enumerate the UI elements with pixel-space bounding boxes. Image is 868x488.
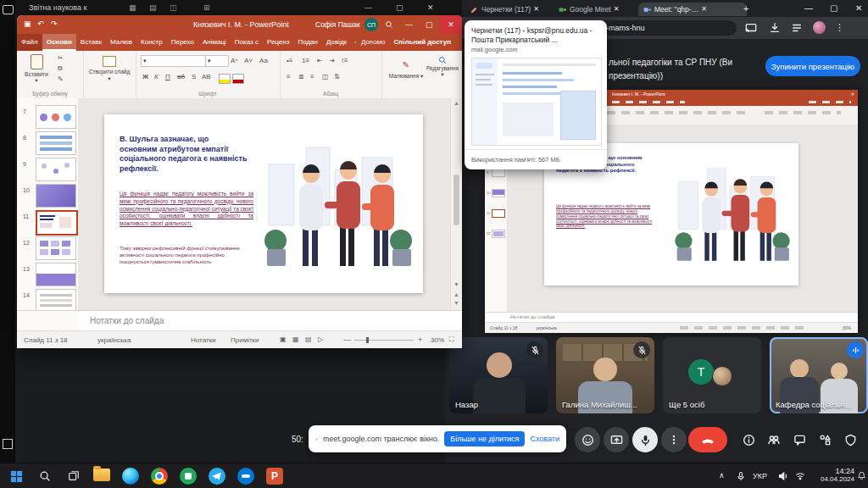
columns-icon[interactable]: ◫	[322, 73, 329, 80]
new-slide-button[interactable]: Створити слайд ▾	[88, 56, 131, 82]
underline-icon[interactable]: П	[165, 73, 170, 80]
bullets-icon[interactable]: •≡	[287, 57, 292, 64]
cut-icon[interactable]: ✂	[58, 54, 64, 62]
slide-thumbnail[interactable]	[36, 184, 76, 208]
window-close-button[interactable]: ✕	[855, 4, 862, 13]
increase-font-icon[interactable]: А^	[231, 57, 238, 64]
slide-body2-text[interactable]: Тому завдяки рефлексивній функції стимул…	[120, 245, 247, 265]
cast-icon[interactable]	[745, 22, 757, 34]
download-icon[interactable]	[769, 22, 781, 34]
reading-view-icon[interactable]: ▤	[305, 336, 312, 343]
format-painter-icon[interactable]: ✎	[58, 75, 64, 83]
hide-notification-button[interactable]: Сховати	[530, 435, 559, 443]
notification-bell-icon[interactable]	[857, 471, 866, 480]
clock[interactable]: 14:24 04.04.2024	[810, 467, 854, 484]
align-left-icon[interactable]: ≡	[287, 73, 291, 80]
tab-close-icon[interactable]: ✕	[614, 6, 620, 13]
search-button[interactable]	[36, 467, 54, 485]
tab-close-icon[interactable]: ✕	[701, 6, 707, 13]
slide-illustration[interactable]	[262, 128, 415, 280]
telegram-button[interactable]	[209, 468, 225, 485]
participants-button[interactable]	[761, 427, 787, 452]
notes-toggle[interactable]: Нотатки	[191, 336, 216, 344]
outdent-icon[interactable]: ⇤	[317, 57, 323, 64]
present-button[interactable]	[604, 427, 629, 452]
slide-canvas[interactable]: В. Шульга зазначає, що основним атрибуто…	[104, 114, 423, 293]
tab-insert[interactable]: Вставк	[76, 34, 106, 51]
font-size-select[interactable]: ▾	[205, 55, 229, 67]
participant-tile-nazar[interactable]: Назар	[449, 337, 548, 413]
tab-close-icon[interactable]: ✕	[533, 6, 539, 13]
window-maximize-button[interactable]: ▢	[830, 4, 837, 13]
fit-to-window-icon[interactable]: ⛶	[449, 336, 454, 344]
numbering-icon[interactable]: 1≡	[302, 57, 309, 64]
stop-sharing-button[interactable]: Більше не ділитися	[444, 431, 525, 446]
participant-tile-kafedra[interactable]: Кафедра соціальн...	[770, 337, 868, 413]
activities-button[interactable]	[812, 427, 837, 452]
chat-button[interactable]	[787, 427, 812, 452]
side-panel-icon[interactable]	[3, 5, 14, 14]
zoom-in-icon[interactable]: +	[418, 336, 422, 344]
scroll-up-icon[interactable]: ▲	[453, 100, 459, 106]
window-maximize-button[interactable]: ▢	[396, 3, 403, 12]
slide-thumbnail[interactable]	[36, 158, 76, 181]
green-app-button[interactable]	[180, 468, 197, 485]
slide-thumbnail[interactable]	[36, 289, 76, 310]
paste-button[interactable]: Вставити ▾	[24, 54, 49, 84]
font-color-button[interactable]	[232, 74, 244, 84]
previous-slide-icon[interactable]: ▲	[453, 291, 459, 297]
file-explorer-button[interactable]	[93, 469, 110, 483]
tab-design[interactable]: Констр	[136, 34, 167, 51]
titlebar-icon[interactable]: ▦	[129, 3, 136, 12]
slide-thumbnail[interactable]	[36, 131, 76, 155]
strikethrough-icon[interactable]: аб	[177, 73, 185, 80]
ppt-minimize-button[interactable]: —	[405, 20, 413, 29]
slide-thumbnail[interactable]	[36, 236, 76, 260]
drawing-button[interactable]: ✎ Малювання ▾	[388, 56, 424, 80]
chrome-menu-icon[interactable]: ⋮	[835, 23, 844, 32]
stop-presenting-button[interactable]: Зупинити презентацію	[765, 56, 860, 76]
window-close-button[interactable]: ✕	[427, 3, 434, 12]
tellme-box[interactable]: Допомо	[357, 34, 390, 51]
scroll-thumb[interactable]	[453, 175, 459, 225]
mic-button[interactable]	[632, 427, 658, 452]
account-name[interactable]: Софія Пашак	[315, 20, 360, 29]
zoom-out-icon[interactable]: —	[343, 336, 351, 344]
volume-icon[interactable]	[778, 471, 788, 481]
copy-icon[interactable]: ⧉	[58, 64, 64, 73]
indent-icon[interactable]: ⇥	[329, 57, 335, 64]
chrome-tab-gmail[interactable]: Чернетки (117) ✕	[465, 3, 560, 16]
notes-pane[interactable]: Нотатки до слайда	[78, 310, 462, 331]
sorter-view-icon[interactable]: ▦	[292, 336, 299, 343]
tab-transitions[interactable]: Перехо	[167, 34, 198, 51]
char-spacing-icon[interactable]: АВ	[202, 73, 211, 80]
tray-overflow-button[interactable]: ∧	[719, 471, 725, 480]
chrome-tab-meet-home[interactable]: Google Meet ✕	[554, 3, 645, 16]
share-button[interactable]: Спільний доступ	[390, 34, 455, 51]
reading-list-icon[interactable]	[791, 22, 803, 34]
zoom-slider-handle[interactable]	[366, 337, 369, 343]
more-options-button[interactable]	[661, 427, 687, 452]
undo-icon[interactable]: ↶	[37, 19, 44, 28]
slide-thumbnail[interactable]	[36, 263, 76, 286]
window-minimize-button[interactable]: —	[364, 3, 372, 12]
edge-button[interactable]	[122, 468, 139, 485]
profile-avatar[interactable]	[813, 21, 826, 34]
text-shadow-icon[interactable]: S	[192, 73, 196, 80]
ppt-close-button[interactable]: ✕	[440, 15, 462, 34]
tray-mic-icon[interactable]	[736, 471, 746, 481]
participant-tile-more[interactable]: Т Ще 5 осіб	[663, 337, 761, 413]
redo-icon[interactable]: ↷	[51, 19, 58, 28]
bold-icon[interactable]: Ж	[142, 73, 148, 80]
font-name-select[interactable]: ▾	[141, 55, 207, 67]
titlebar-icon[interactable]: ▤	[149, 3, 157, 12]
tab-draw[interactable]: Малюв	[106, 34, 136, 51]
zoom-slider[interactable]	[354, 340, 414, 341]
tab-view[interactable]: Подан	[293, 34, 322, 51]
slide-thumbnail[interactable]	[36, 105, 76, 129]
participant-tile-galyna[interactable]: Галина Михайлиш...	[556, 337, 654, 413]
line-spacing-icon[interactable]: ↕≡	[341, 57, 348, 64]
editor-scrollbar[interactable]: ▲ ▼ ▲ ▼	[450, 98, 462, 310]
slideshow-icon[interactable]: ▷	[318, 336, 323, 343]
network-icon[interactable]	[795, 471, 805, 481]
